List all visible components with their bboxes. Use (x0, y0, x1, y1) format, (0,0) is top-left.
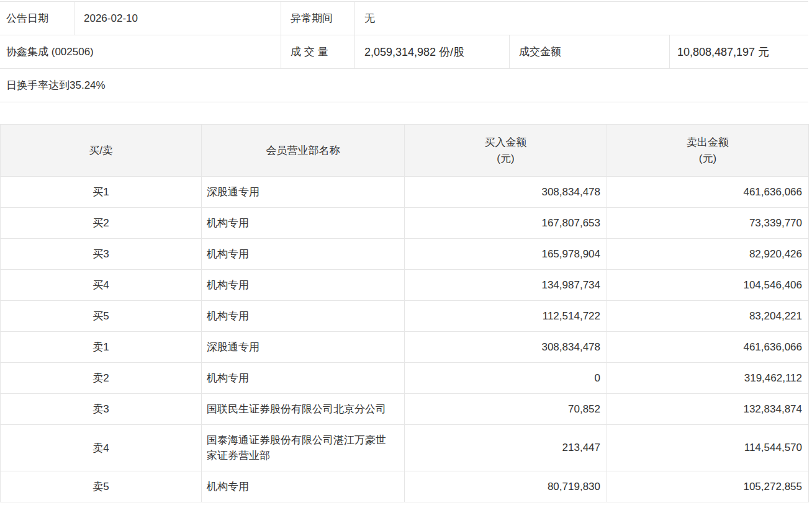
cell-branch-name: 机构专用 (202, 471, 405, 502)
header-buy-amount-title: 买入金额 (405, 135, 607, 151)
cell-buy-sell-rank: 卖3 (1, 394, 202, 425)
cell-buy-sell-rank: 买2 (1, 208, 202, 239)
table-row: 卖2 机构专用 0 319,462,112 (1, 363, 809, 394)
cell-sell-amount: 104,546,406 (607, 270, 809, 301)
table-row: 卖3 国联民生证券股份有限公司北京分公司 70,852 132,834,874 (1, 394, 809, 425)
cell-buy-amount: 134,987,734 (405, 270, 607, 301)
table-row: 买2 机构专用 167,807,653 73,339,770 (1, 208, 809, 239)
cell-sell-amount: 83,204,221 (607, 301, 809, 332)
cell-branch-name: 机构专用 (202, 363, 405, 394)
cell-buy-amount: 70,852 (405, 394, 607, 425)
volume-value: 2,059,314,982 份/股 (355, 35, 510, 68)
cell-branch-name: 国联民生证券股份有限公司北京分公司 (202, 394, 405, 425)
cell-buy-amount: 308,834,478 (405, 177, 607, 208)
cell-buy-amount: 213,447 (405, 425, 607, 471)
cell-buy-amount: 165,978,904 (405, 239, 607, 270)
member-branch-table: 买/卖 会员营业部名称 买入金额 (元) 卖出金额 (元) 买1 深股通专用 3… (0, 124, 809, 502)
table-row: 买3 机构专用 165,978,904 82,920,426 (1, 239, 809, 270)
disclosure-page: 公告日期 2026-02-10 异常期间 无 协鑫集成 (002506) 成 交… (0, 1, 808, 502)
cell-buy-amount: 308,834,478 (405, 332, 607, 363)
cell-sell-amount: 114,544,570 (607, 425, 809, 471)
cell-sell-amount: 105,272,855 (607, 471, 809, 502)
cell-branch-name: 机构专用 (202, 270, 405, 301)
table-row: 买5 机构专用 112,514,722 83,204,221 (1, 301, 809, 332)
cell-sell-amount: 461,636,066 (607, 332, 809, 363)
header-sell-amount-unit: (元) (607, 151, 808, 167)
member-table-body: 买1 深股通专用 308,834,478 461,636,066 买2 机构专用… (1, 177, 809, 502)
table-row: 买4 机构专用 134,987,734 104,546,406 (1, 270, 809, 301)
table-row: 卖4 国泰海通证券股份有限公司湛江万豪世家证券营业部 213,447 114,5… (1, 425, 809, 471)
cell-sell-amount: 132,834,874 (607, 394, 809, 425)
cell-buy-amount: 80,719,830 (405, 471, 607, 502)
header-buy-amount: 买入金额 (元) (405, 125, 607, 177)
turnover-value: 10,808,487,197 元 (670, 35, 808, 68)
member-table-header: 买/卖 会员营业部名称 买入金额 (元) 卖出金额 (元) (1, 125, 809, 177)
cell-buy-sell-rank: 买4 (1, 270, 202, 301)
info-row-announcement: 公告日期 2026-02-10 异常期间 无 (0, 2, 808, 35)
cell-sell-amount: 461,636,066 (607, 177, 809, 208)
cell-buy-amount: 167,807,653 (405, 208, 607, 239)
header-buy-sell: 买/卖 (1, 125, 202, 177)
announcement-date-label: 公告日期 (0, 2, 74, 35)
stock-name: 协鑫集成 (002506) (0, 35, 281, 68)
header-buy-amount-unit: (元) (405, 151, 607, 167)
cell-branch-name: 机构专用 (202, 239, 405, 270)
cell-sell-amount: 82,920,426 (607, 239, 809, 270)
turnover-label: 成交金额 (510, 35, 670, 68)
announcement-date-value: 2026-02-10 (74, 2, 281, 35)
cell-buy-sell-rank: 卖5 (1, 471, 202, 502)
cell-buy-sell-rank: 买3 (1, 239, 202, 270)
cell-sell-amount: 319,462,112 (607, 363, 809, 394)
cell-buy-sell-rank: 卖1 (1, 332, 202, 363)
cell-branch-name: 机构专用 (202, 301, 405, 332)
info-panel: 公告日期 2026-02-10 异常期间 无 协鑫集成 (002506) 成 交… (0, 1, 808, 102)
table-row: 卖1 深股通专用 308,834,478 461,636,066 (1, 332, 809, 363)
cell-branch-name: 国泰海通证券股份有限公司湛江万豪世家证券营业部 (202, 425, 405, 471)
table-row: 买1 深股通专用 308,834,478 461,636,066 (1, 177, 809, 208)
header-sell-amount-title: 卖出金额 (607, 135, 808, 151)
info-row-note: 日换手率达到35.24% (0, 69, 808, 102)
cell-branch-name: 深股通专用 (202, 332, 405, 363)
abnormal-period-value: 无 (355, 2, 808, 35)
cell-branch-name: 深股通专用 (202, 177, 405, 208)
table-row: 卖5 机构专用 80,719,830 105,272,855 (1, 471, 809, 502)
header-branch-name: 会员营业部名称 (202, 125, 405, 177)
section-gap (0, 102, 808, 124)
cell-buy-sell-rank: 卖4 (1, 425, 202, 471)
cell-buy-amount: 0 (405, 363, 607, 394)
info-row-stock: 协鑫集成 (002506) 成 交 量 2,059,314,982 份/股 成交… (0, 35, 808, 69)
cell-buy-sell-rank: 买1 (1, 177, 202, 208)
header-sell-amount: 卖出金额 (元) (607, 125, 809, 177)
cell-buy-sell-rank: 买5 (1, 301, 202, 332)
volume-label: 成 交 量 (281, 35, 355, 68)
cell-branch-name: 机构专用 (202, 208, 405, 239)
turnover-rate-note: 日换手率达到35.24% (0, 69, 808, 102)
cell-buy-sell-rank: 卖2 (1, 363, 202, 394)
abnormal-period-label: 异常期间 (281, 2, 355, 35)
cell-sell-amount: 73,339,770 (607, 208, 809, 239)
cell-buy-amount: 112,514,722 (405, 301, 607, 332)
